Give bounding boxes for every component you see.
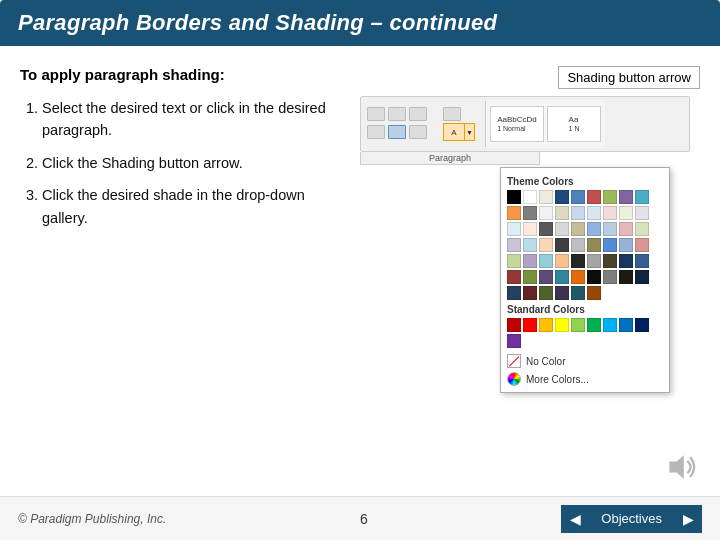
footer-navigation: ◀ Objectives ▶ [561,505,702,533]
theme-color-swatch[interactable] [539,286,553,300]
theme-color-swatch[interactable] [555,222,569,236]
theme-color-swatch[interactable] [507,238,521,252]
theme-color-swatch[interactable] [571,206,585,220]
more-colors-option[interactable]: More Colors... [507,370,663,386]
theme-color-swatch[interactable] [555,254,569,268]
paragraph-section-label: Paragraph [360,152,540,165]
intro-text: To apply paragraph shading: [20,66,340,83]
theme-color-swatch[interactable] [507,190,521,204]
theme-color-swatch[interactable] [635,222,649,236]
theme-color-swatch[interactable] [603,206,617,220]
style-aa-box[interactable]: Aa1 N [547,106,601,142]
theme-color-swatch[interactable] [571,286,585,300]
theme-color-swatch[interactable] [635,270,649,284]
theme-color-swatch[interactable] [571,270,585,284]
shading-button[interactable]: A [443,123,465,141]
theme-color-swatch[interactable] [587,286,601,300]
theme-color-swatch[interactable] [571,222,585,236]
ribbon-btn-4[interactable] [367,125,385,139]
theme-color-swatch[interactable] [603,190,617,204]
more-colors-label: More Colors... [526,374,589,385]
shading-dropdown-arrow[interactable]: ▼ [465,123,475,141]
style-normal-label: AaBbCcDd1 Normal [497,115,537,133]
standard-color-swatch[interactable] [507,334,521,348]
theme-color-swatch[interactable] [635,206,649,220]
standard-color-swatch[interactable] [523,318,537,332]
theme-color-swatch[interactable] [603,254,617,268]
theme-color-swatch[interactable] [619,206,633,220]
theme-color-swatch[interactable] [539,222,553,236]
theme-color-swatch[interactable] [587,222,601,236]
prev-button[interactable]: ◀ [561,505,589,533]
theme-color-swatch[interactable] [523,190,537,204]
standard-color-swatch[interactable] [571,318,585,332]
standard-color-swatch[interactable] [507,318,521,332]
theme-color-swatch[interactable] [539,190,553,204]
theme-color-swatch[interactable] [635,190,649,204]
slide-footer: © Paradigm Publishing, Inc. 6 ◀ Objectiv… [0,496,720,540]
theme-color-swatch[interactable] [523,270,537,284]
theme-color-swatch[interactable] [587,206,601,220]
shading-annotation-label: Shading button arrow [558,66,700,89]
ribbon-btn-5[interactable] [388,125,406,139]
theme-color-swatch[interactable] [571,190,585,204]
theme-color-swatch[interactable] [603,270,617,284]
theme-color-swatch[interactable] [523,206,537,220]
theme-color-swatch[interactable] [507,222,521,236]
theme-color-swatch[interactable] [555,238,569,252]
theme-color-swatch[interactable] [507,254,521,268]
standard-color-swatch[interactable] [619,318,633,332]
theme-color-swatch[interactable] [587,190,601,204]
standard-color-swatch[interactable] [587,318,601,332]
theme-color-swatch[interactable] [523,238,537,252]
standard-color-swatch[interactable] [555,318,569,332]
theme-color-swatch[interactable] [555,270,569,284]
objectives-button[interactable]: Objectives [589,505,674,533]
theme-color-swatch[interactable] [587,270,601,284]
speaker-icon[interactable] [664,449,700,485]
step-1: Select the desired text or click in the … [42,97,340,142]
style-normal-box[interactable]: AaBbCcDd1 Normal [490,106,544,142]
theme-color-swatch[interactable] [555,286,569,300]
theme-color-swatch[interactable] [587,254,601,268]
ribbon-btn-1[interactable] [367,107,385,121]
theme-color-swatch[interactable] [523,254,537,268]
theme-color-swatch[interactable] [603,238,617,252]
theme-color-swatch[interactable] [539,270,553,284]
standard-color-swatch[interactable] [539,318,553,332]
theme-color-swatch[interactable] [619,190,633,204]
theme-color-swatch[interactable] [635,254,649,268]
standard-color-swatch[interactable] [635,318,649,332]
ribbon-btn-3[interactable] [409,107,427,121]
theme-color-swatch[interactable] [507,206,521,220]
theme-color-swatch[interactable] [635,238,649,252]
theme-color-swatch[interactable] [523,286,537,300]
theme-color-swatch[interactable] [571,254,585,268]
theme-color-swatch[interactable] [587,238,601,252]
svg-marker-0 [669,455,683,478]
page-number: 6 [360,511,368,527]
theme-color-swatch[interactable] [539,206,553,220]
ribbon-btn-6[interactable] [409,125,427,139]
theme-color-swatch[interactable] [507,286,521,300]
theme-color-swatch[interactable] [555,190,569,204]
theme-color-swatch[interactable] [555,206,569,220]
theme-color-swatch[interactable] [603,222,617,236]
theme-color-swatch[interactable] [571,238,585,252]
theme-color-swatch[interactable] [619,270,633,284]
theme-color-swatch[interactable] [619,238,633,252]
theme-color-swatch[interactable] [539,254,553,268]
no-color-option[interactable]: No Color [507,352,663,370]
theme-color-swatch[interactable] [523,222,537,236]
ribbon-btn-indent[interactable] [443,107,461,121]
next-button[interactable]: ▶ [674,505,702,533]
theme-color-swatch[interactable] [507,270,521,284]
shading-button-group[interactable]: A ▼ [443,123,475,141]
theme-color-swatch[interactable] [619,254,633,268]
ribbon-row-1 [367,107,475,121]
no-color-box [507,354,521,368]
theme-color-swatch[interactable] [619,222,633,236]
standard-color-swatch[interactable] [603,318,617,332]
theme-color-swatch[interactable] [539,238,553,252]
ribbon-btn-2[interactable] [388,107,406,121]
